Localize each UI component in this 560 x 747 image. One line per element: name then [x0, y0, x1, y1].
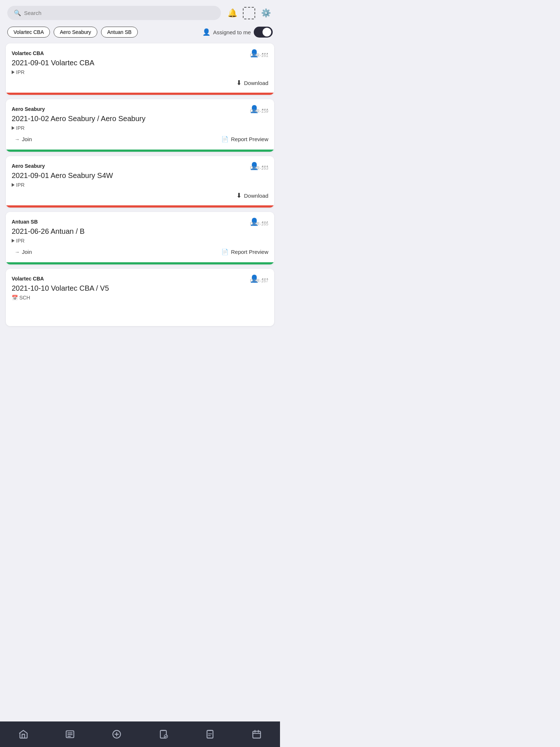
- card-org-1: Volartec CBA: [12, 50, 44, 56]
- join-label-2: Join: [22, 136, 32, 142]
- download-label-1: Download: [244, 80, 268, 86]
- card-itar-1: ITAR-161: [12, 53, 268, 58]
- assigned-toggle: 👤 Assigned to me: [202, 27, 273, 38]
- card-footer-bar-1: [6, 93, 274, 95]
- card-tag-label-4: IPR: [16, 238, 24, 244]
- download-icon-1: ⬇: [236, 79, 242, 87]
- report-preview-btn-4[interactable]: 📄 Report Preview: [221, 248, 268, 255]
- join-button-4[interactable]: → Join: [12, 247, 35, 256]
- download-icon-3: ⬇: [236, 191, 242, 200]
- card-itar-4: ITAR-165: [12, 221, 268, 227]
- cards-container: Volartec CBA 👤 ··· ITAR-161 2021-09-01 V…: [0, 42, 280, 328]
- card-tag-label-1: IPR: [16, 69, 24, 75]
- join-button-2[interactable]: → Join: [12, 135, 35, 144]
- notification-icon[interactable]: 🔔: [225, 6, 239, 20]
- join-arrow-2: →: [15, 136, 20, 142]
- card-itar-165: Antuan SB 👤 ··· ITAR-165 2021-06-26 Antu…: [6, 212, 274, 264]
- card-title-4: 2021-06-26 Antuan / B: [12, 227, 268, 236]
- card-org-3: Aero Seabury: [12, 163, 45, 169]
- card-actions-1: ⬇ Download: [12, 79, 268, 87]
- card-footer-bar-4: [6, 262, 274, 264]
- assigned-label: Assigned to me: [213, 29, 251, 35]
- frame-icon[interactable]: [243, 7, 255, 19]
- card-tag-triangle-2: [12, 126, 15, 130]
- card-footer-bar-2: [6, 150, 274, 152]
- report-icon-2: 📄: [221, 136, 229, 143]
- join-arrow-4: →: [15, 249, 20, 255]
- search-input[interactable]: [24, 10, 214, 16]
- card-tag-triangle-3: [12, 183, 15, 187]
- card-tag-calendar-5: 📅: [12, 295, 18, 301]
- card-download-btn-1[interactable]: ⬇ Download: [236, 79, 268, 87]
- card-org-5: Volartec CBA: [12, 276, 44, 282]
- card-itar-163: Aero Seabury 👤 ··· ITAR-163 2021-09-01 A…: [6, 156, 274, 208]
- report-label-4: Report Preview: [231, 249, 268, 255]
- card-org-4: Antuan SB: [12, 219, 38, 225]
- report-preview-btn-2[interactable]: 📄 Report Preview: [221, 136, 268, 143]
- card-tag-1: IPR: [12, 69, 268, 75]
- card-itar-2: ITAR-159: [12, 109, 268, 114]
- card-tag-5: 📅 SCH: [12, 295, 268, 301]
- card-title-5: 2021-10-10 Volartec CBA / V5: [12, 284, 268, 293]
- card-footer-bar-3: [6, 205, 274, 208]
- card-download-btn-3[interactable]: ⬇ Download: [236, 191, 268, 200]
- card-tag-triangle-4: [12, 239, 15, 243]
- card-itar-5: ITAR-167: [12, 278, 268, 283]
- search-bar[interactable]: 🔍: [7, 6, 221, 20]
- card-itar-167: Volartec CBA 👤 ··· ITAR-167 2021-10-10 V…: [6, 269, 274, 326]
- card-tag-label-5: SCH: [19, 295, 30, 301]
- card-tag-label-2: IPR: [16, 125, 24, 131]
- card-org-2: Aero Seabury: [12, 106, 45, 112]
- header: 🔍 🔔 ⚙️: [0, 0, 280, 24]
- card-tag-4: IPR: [12, 238, 268, 244]
- card-actions-4: → Join 📄 Report Preview: [12, 247, 268, 256]
- filter-aero-seabury[interactable]: Aero Seabury: [54, 27, 97, 38]
- card-title-3: 2021-09-01 Aero Seabury S4W: [12, 171, 268, 180]
- card-tag-3: IPR: [12, 182, 268, 188]
- filter-antuan-sb[interactable]: Antuan SB: [101, 27, 138, 38]
- download-label-3: Download: [244, 193, 268, 199]
- report-label-2: Report Preview: [231, 136, 268, 142]
- join-label-4: Join: [22, 249, 32, 255]
- header-icons: 🔔 ⚙️: [225, 6, 273, 20]
- assigned-toggle-switch[interactable]: [254, 27, 273, 38]
- search-icon: 🔍: [14, 9, 21, 16]
- card-itar-159: Aero Seabury 👤 ··· ITAR-159 2021-10-02 A…: [6, 99, 274, 152]
- card-itar-3: ITAR-163: [12, 166, 268, 171]
- card-actions-2: → Join 📄 Report Preview: [12, 135, 268, 144]
- card-tag-triangle-1: [12, 70, 15, 74]
- report-icon-4: 📄: [221, 248, 229, 255]
- card-actions-3: ⬇ Download: [12, 191, 268, 200]
- settings-icon[interactable]: ⚙️: [259, 6, 273, 20]
- card-tag-2: IPR: [12, 125, 268, 131]
- filter-bar: Volartec CBA Aero Seabury Antuan SB 👤 As…: [0, 24, 280, 42]
- assigned-user-icon: 👤: [202, 28, 210, 36]
- card-title-1: 2021-09-01 Volartec CBA: [12, 59, 268, 67]
- filter-volartec-cba[interactable]: Volartec CBA: [7, 27, 50, 38]
- card-itar-161: Volartec CBA 👤 ··· ITAR-161 2021-09-01 V…: [6, 43, 274, 95]
- card-title-2: 2021-10-02 Aero Seabury / Aero Seabury: [12, 115, 268, 123]
- card-tag-label-3: IPR: [16, 182, 24, 188]
